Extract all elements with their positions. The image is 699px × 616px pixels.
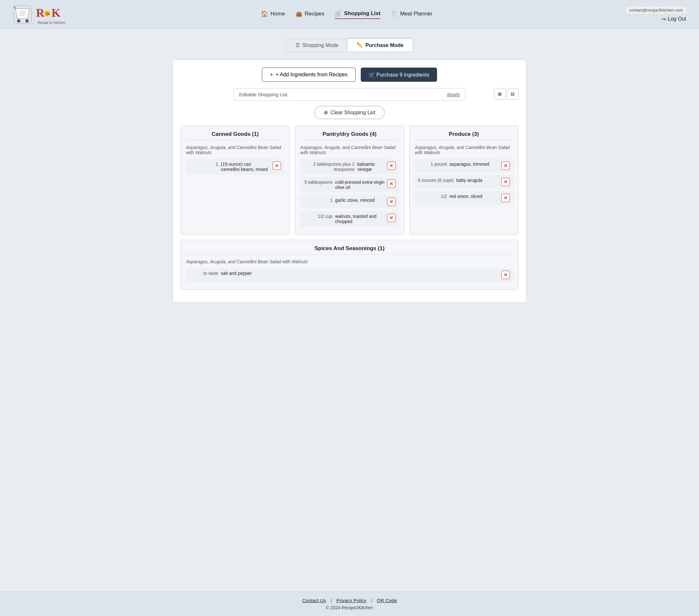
ingredient-row: 5 tablespoons cold-pressed extra-virgin … — [300, 177, 398, 193]
grid-controls: ⊞ ⊟ — [494, 88, 518, 100]
ingredient-name: salt and pepper — [221, 271, 252, 276]
editable-wrapper: Editable Shopping List. details ⊞ ⊟ — [181, 88, 518, 101]
remove-ingredient-button[interactable]: ✕ — [387, 180, 396, 188]
footer: Contact Us | Privacy Policy | QR Code © … — [0, 591, 699, 616]
svg-point-1 — [17, 19, 20, 23]
purchase-button[interactable]: 🛒 Purchase 9 Ingredients — [361, 68, 437, 82]
categories-grid: Canned Goods (1) Asparagus, Arugula, and… — [181, 126, 518, 235]
shopping-container: + + Add Ingredients from Recipes 🛒 Purch… — [172, 60, 527, 303]
ingredient-content: 2 tablespoons plus 2 teaspoons balsamic … — [303, 161, 384, 172]
ingredient-row: 1/2 red onion, sliced ✕ — [415, 191, 513, 205]
category-title-spices: Spices And Seasonings (1) — [186, 245, 513, 254]
tab-shopping-mode[interactable]: ☰ Shopping Mode — [286, 39, 347, 52]
ingredient-name: baby arugula — [456, 178, 483, 183]
ingredient-name: asparagus, trimmed — [450, 161, 489, 167]
category-title-produce: Produce (3) — [415, 131, 513, 140]
logout-icon: ↪ — [662, 16, 666, 22]
logo-area: R 2K K Recipe to Kitchen — [13, 4, 68, 25]
ingredient-row: 2 tablespoons plus 2 teaspoons balsamic … — [300, 159, 398, 174]
home-icon: 🏠 — [261, 10, 268, 17]
remove-ingredient-button[interactable]: ✕ — [273, 161, 281, 170]
privacy-policy-link[interactable]: Privacy Policy — [336, 598, 366, 603]
ingredient-name: garlic clove, minced — [335, 198, 374, 203]
ingredient-qty: to taste — [189, 271, 218, 276]
plus-icon: + — [270, 72, 273, 78]
ingredient-row: to taste salt and pepper ✕ — [186, 268, 513, 281]
ingredient-qty: 1 — [189, 161, 218, 172]
clear-shopping-list-button[interactable]: ⊗ Clear Shopping List — [314, 106, 385, 119]
svg-text:2K: 2K — [46, 12, 50, 16]
ingredient-content: 6 ounces (6 cups) baby arugula — [418, 178, 499, 183]
svg-text:K: K — [52, 6, 61, 19]
ingredient-content: 1 (15-ounce) can cannellini beans, rinse… — [189, 161, 270, 172]
category-produce: Produce (3) Asparagus, Arugula, and Cann… — [409, 126, 518, 235]
ingredient-name: (15-ounce) can cannellini beans, rinsed — [221, 161, 270, 172]
ingredient-qty: 1/2 cup — [303, 214, 332, 224]
qr-code-link[interactable]: QR Code — [377, 598, 397, 603]
grid-collapse-button[interactable]: ⊟ — [507, 88, 518, 100]
remove-ingredient-button[interactable]: ✕ — [501, 271, 510, 279]
ingredient-name: red onion, sliced — [450, 194, 483, 199]
ingredient-qty: 1/2 — [418, 194, 447, 199]
main-nav: 🏠 Home 👜 Recipes 🛒 Shopping List 🍴 Meal … — [261, 10, 432, 19]
nav-meal-planner[interactable]: 🍴 Meal Planner — [391, 10, 432, 19]
fork-knife-icon: 🍴 — [391, 10, 398, 17]
logout-button[interactable]: ↪ Log Out — [662, 16, 686, 22]
details-link[interactable]: details — [447, 92, 460, 97]
add-ingredients-button[interactable]: + + Add Ingredients from Recipes — [262, 68, 356, 82]
category-pantry-dry-goods: Pantry/dry Goods (4) Asparagus, Arugula,… — [295, 126, 404, 235]
header-right: contact@recipe2kitchen.com ↪ Log Out — [626, 7, 686, 22]
recipe-name-pantry: Asparagus, Arugula, and Cannellini Bean … — [300, 145, 398, 155]
footer-links: Contact Us | Privacy Policy | QR Code — [6, 598, 693, 603]
tab-purchase-mode[interactable]: ✏️ Purchase Mode — [347, 39, 412, 52]
recipe-name-produce: Asparagus, Arugula, and Cannellini Bean … — [415, 145, 513, 155]
svg-marker-3 — [15, 9, 30, 18]
cart-icon: 🛒 — [335, 10, 342, 17]
contact-email: contact@recipe2kitchen.com — [626, 7, 686, 14]
remove-ingredient-button[interactable]: ✕ — [501, 161, 510, 170]
pencil-icon: ✏️ — [357, 42, 363, 48]
remove-ingredient-button[interactable]: ✕ — [501, 194, 510, 202]
grid-expand-button[interactable]: ⊞ — [494, 88, 505, 100]
remove-ingredient-button[interactable]: ✕ — [387, 161, 396, 170]
ingredient-name: walnuts, toasted and chopped — [335, 214, 384, 224]
recipe-name-canned: Asparagus, Arugula, and Cannellini Bean … — [186, 145, 284, 155]
mode-tabs: ☰ Shopping Mode ✏️ Purchase Mode — [13, 39, 686, 52]
footer-copyright: © 2024 Recipe2Kitchen — [6, 605, 693, 610]
category-title-canned-goods: Canned Goods (1) — [186, 131, 284, 140]
editable-bar: Editable Shopping List. details — [234, 88, 465, 101]
ingredient-content: 1 pound asparagus, trimmed — [418, 161, 499, 167]
header: R 2K K Recipe to Kitchen 🏠 Home 👜 Recipe… — [0, 0, 699, 29]
ingredient-qty: 5 tablespoons — [303, 180, 332, 190]
logo-icon — [13, 5, 32, 24]
ingredient-content: 1/2 red onion, sliced — [418, 194, 499, 199]
bag-icon: 👜 — [295, 10, 303, 17]
recipe-name-spices: Asparagus, Arugula, and Cannellini Bean … — [186, 259, 513, 264]
contact-us-link[interactable]: Contact Us — [302, 598, 326, 603]
footer-sep-1: | — [330, 598, 333, 603]
ingredient-row: 1 (15-ounce) can cannellini beans, rinse… — [186, 159, 284, 174]
ingredient-name: cold-pressed extra-virgin olive oil — [335, 180, 384, 190]
main-content: ☰ Shopping Mode ✏️ Purchase Mode + + Add… — [0, 29, 699, 591]
ingredient-qty: 1 pound — [418, 161, 447, 167]
footer-sep-2: | — [371, 598, 374, 603]
ingredient-content: to taste salt and pepper — [189, 271, 499, 276]
brand-logo: R 2K K — [36, 4, 68, 21]
ingredient-row: 1 pound asparagus, trimmed ✕ — [415, 159, 513, 172]
list-icon: ☰ — [295, 42, 300, 48]
ingredient-qty: 2 tablespoons plus 2 teaspoons — [303, 161, 355, 172]
svg-point-2 — [25, 19, 29, 23]
editable-bar-text: Editable Shopping List. — [239, 92, 288, 97]
ingredient-row: 1 garlic clove, minced ✕ — [300, 195, 398, 209]
ingredient-name: balsamic vinegar — [357, 161, 385, 172]
clear-row: ⊗ Clear Shopping List — [181, 106, 518, 119]
remove-ingredient-button[interactable]: ✕ — [387, 198, 396, 206]
nav-recipes[interactable]: 👜 Recipes — [295, 10, 325, 19]
remove-ingredient-button[interactable]: ✕ — [501, 178, 510, 186]
circle-x-icon: ⊗ — [324, 109, 328, 116]
nav-home[interactable]: 🏠 Home — [261, 10, 285, 19]
ingredient-content: 5 tablespoons cold-pressed extra-virgin … — [303, 180, 384, 190]
ingredient-qty: 6 ounces (6 cups) — [418, 178, 454, 183]
remove-ingredient-button[interactable]: ✕ — [387, 214, 396, 222]
nav-shopping-list[interactable]: 🛒 Shopping List — [335, 10, 380, 19]
